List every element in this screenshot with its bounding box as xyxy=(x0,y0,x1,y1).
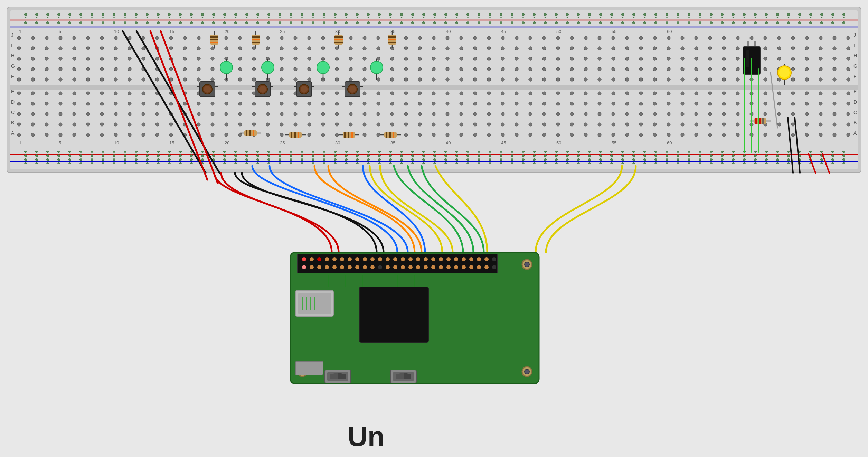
svg-point-323 xyxy=(325,265,329,269)
svg-text:10: 10 xyxy=(114,140,119,146)
svg-text:A: A xyxy=(853,130,857,136)
svg-rect-269 xyxy=(384,132,397,138)
resistor-bottom-1 xyxy=(240,130,261,136)
svg-point-248 xyxy=(349,86,356,93)
svg-point-121 xyxy=(155,0,159,2)
svg-text:30: 30 xyxy=(335,29,340,34)
svg-rect-191 xyxy=(210,42,218,43)
svg-rect-189 xyxy=(210,36,218,38)
button-2[interactable] xyxy=(252,82,273,97)
svg-point-159 xyxy=(681,0,684,2)
svg-point-334 xyxy=(408,265,413,269)
svg-rect-203 xyxy=(388,35,396,45)
svg-point-343 xyxy=(477,265,481,269)
svg-text:60: 60 xyxy=(667,29,672,34)
svg-point-141 xyxy=(432,0,435,2)
svg-rect-49 xyxy=(17,35,853,85)
svg-text:15: 15 xyxy=(169,140,174,146)
power-port xyxy=(295,361,323,375)
svg-line-183 xyxy=(123,31,206,173)
svg-point-65 xyxy=(225,36,228,40)
svg-point-306 xyxy=(393,257,397,261)
svg-text:A: A xyxy=(11,130,15,136)
svg-point-300 xyxy=(348,257,352,261)
usb-port-2 xyxy=(390,370,416,383)
svg-text:D: D xyxy=(853,99,857,105)
svg-point-72 xyxy=(321,36,325,40)
svg-text:15: 15 xyxy=(169,29,174,34)
svg-point-215 xyxy=(370,61,383,74)
resistor-1 xyxy=(210,31,218,48)
svg-point-87 xyxy=(529,36,532,40)
svg-text:I: I xyxy=(11,43,12,48)
svg-point-146 xyxy=(501,0,504,2)
svg-point-321 xyxy=(310,265,314,269)
svg-point-137 xyxy=(377,0,380,2)
svg-rect-272 xyxy=(393,132,394,138)
svg-line-186 xyxy=(161,31,218,183)
svg-point-98 xyxy=(681,36,684,40)
gpio-header xyxy=(297,254,498,273)
svg-point-308 xyxy=(408,257,413,261)
svg-point-84 xyxy=(487,36,491,40)
svg-point-317 xyxy=(477,257,481,261)
svg-point-326 xyxy=(348,265,352,269)
svg-point-115 xyxy=(73,0,76,2)
svg-text:F: F xyxy=(11,74,14,79)
svg-rect-46 xyxy=(17,20,853,25)
svg-point-122 xyxy=(169,0,173,2)
svg-point-299 xyxy=(340,257,344,261)
svg-point-52 xyxy=(45,36,48,40)
svg-point-302 xyxy=(363,257,367,261)
main-ic xyxy=(359,287,428,342)
svg-point-303 xyxy=(370,257,375,261)
svg-point-130 xyxy=(280,0,283,2)
button-4[interactable] xyxy=(342,82,363,97)
svg-point-313 xyxy=(446,257,451,261)
svg-point-138 xyxy=(390,0,394,2)
svg-rect-277 xyxy=(762,118,764,124)
svg-point-209 xyxy=(220,61,233,74)
svg-text:J: J xyxy=(11,32,13,38)
led-5-yellow xyxy=(777,64,791,85)
svg-point-227 xyxy=(204,86,211,93)
svg-point-333 xyxy=(401,265,405,269)
svg-point-290 xyxy=(298,367,307,376)
svg-rect-201 xyxy=(334,42,343,43)
svg-point-76 xyxy=(377,36,380,40)
svg-point-119 xyxy=(128,0,131,2)
svg-point-241 xyxy=(301,86,308,93)
svg-point-110 xyxy=(847,36,850,40)
svg-text:G: G xyxy=(853,63,857,69)
svg-point-318 xyxy=(484,257,489,261)
svg-rect-276 xyxy=(759,118,761,124)
svg-rect-172 xyxy=(10,85,858,90)
svg-point-154 xyxy=(612,0,615,2)
svg-point-217 xyxy=(777,66,791,80)
svg-rect-199 xyxy=(334,36,343,38)
svg-point-78 xyxy=(404,36,408,40)
svg-point-344 xyxy=(484,265,489,269)
svg-point-59 xyxy=(142,36,145,40)
svg-point-86 xyxy=(515,36,518,40)
svg-rect-267 xyxy=(351,132,353,138)
svg-point-330 xyxy=(378,265,382,269)
svg-text:D: D xyxy=(11,99,15,105)
svg-point-103 xyxy=(750,36,753,40)
svg-rect-259 xyxy=(289,132,302,138)
svg-point-293 xyxy=(525,369,529,374)
svg-point-133 xyxy=(321,0,325,2)
button-3[interactable] xyxy=(294,82,314,97)
svg-text:C: C xyxy=(11,110,15,115)
button-1[interactable] xyxy=(197,82,218,97)
svg-point-106 xyxy=(791,36,795,40)
resistor-bottom-2 xyxy=(285,132,306,138)
svg-point-114 xyxy=(59,0,62,2)
svg-rect-45 xyxy=(17,13,853,18)
svg-point-77 xyxy=(390,36,394,40)
svg-rect-0 xyxy=(7,7,861,173)
svg-rect-196 xyxy=(252,42,260,43)
svg-point-104 xyxy=(764,36,767,40)
svg-point-55 xyxy=(86,36,90,40)
resistor-2 xyxy=(252,31,260,48)
